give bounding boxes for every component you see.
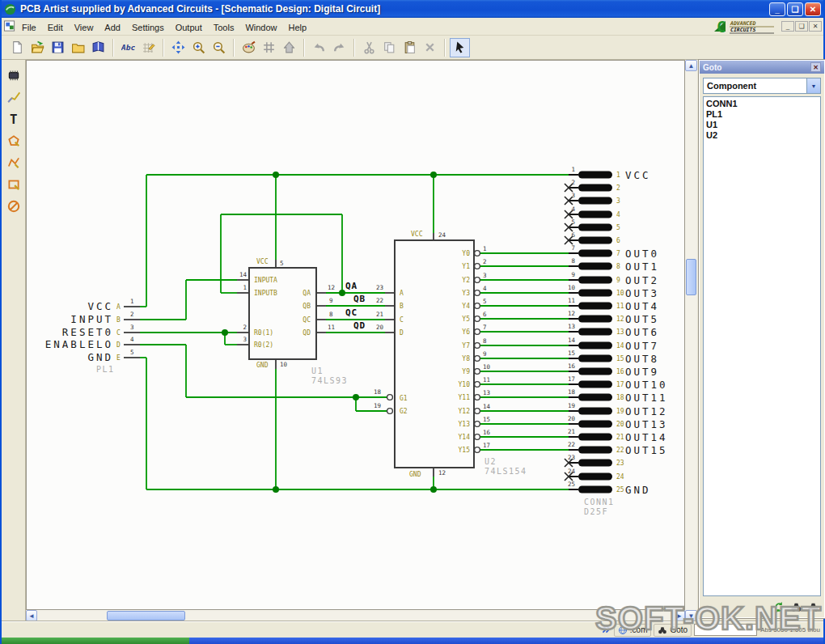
push-button[interactable] [279,38,299,57]
goto-list-item-conn1[interactable]: CONN1 [706,99,818,109]
svg-text:12: 12 [328,284,335,291]
menu-help[interactable]: Help [283,20,313,35]
cut-button[interactable] [359,38,379,57]
svg-text:QD: QD [353,320,366,331]
goto-close-icon[interactable]: ✕ [810,62,821,72]
svg-text:QC: QC [302,316,311,324]
window-title: PCB Artist supplied by Advanced Circuits… [20,3,768,15]
goto-list-item-u1[interactable]: U1 [706,120,818,130]
svg-text:GND: GND [256,362,269,369]
horizontal-scrollbar[interactable]: ◄ ► [26,610,685,621]
svg-text:Y11: Y11 [459,394,471,401]
taskbar[interactable] [2,638,823,644]
svg-text:21: 21 [568,428,575,435]
zoom-out-button[interactable] [209,38,229,57]
svg-text:23: 23 [376,284,383,291]
goto-panel-titlebar[interactable]: Goto ✕ [700,61,824,74]
toolbar-separator [353,39,355,57]
add-shape-open-button[interactable] [3,152,24,172]
add-shape-rectangle-button[interactable] [3,174,24,194]
svg-text:3: 3 [571,192,575,199]
mdi-restore-button[interactable]: ❏ [795,21,808,32]
svg-text:D25F: D25F [584,507,608,516]
mdi-close-button[interactable]: ✕ [809,21,822,32]
menu-output[interactable]: Output [170,20,208,35]
svg-text:INPUTA: INPUTA [254,277,277,284]
svg-text:11: 11 [483,376,490,383]
copy-button[interactable] [379,38,400,57]
redo-button[interactable] [329,38,349,57]
vertical-scroll-thumb[interactable] [686,259,696,295]
goto-list-item-u2[interactable]: U2 [706,130,818,141]
scroll-left-button[interactable]: ◄ [26,610,37,621]
close-button[interactable]: ✕ [805,2,821,16]
svg-text:13: 13 [483,389,490,396]
document-icon [3,20,16,32]
goto-component-list[interactable]: CONN1PL1U1U2 [703,96,821,596]
svg-text:Y0: Y0 [462,250,470,257]
new-file-button[interactable] [7,38,28,57]
goto-type-select[interactable]: Component ▼ [703,78,821,94]
pointer-button[interactable] [450,38,470,57]
svg-text:12: 12 [568,310,575,317]
goto-panel-title: Goto [703,63,810,72]
menu-view[interactable]: View [69,20,99,35]
svg-text:2: 2 [243,324,247,331]
svg-text:1: 1 [483,245,487,252]
scroll-up-button[interactable]: ▲ [685,60,697,71]
svg-text:13: 13 [616,328,624,336]
grid-button[interactable] [259,38,279,57]
shape-open-icon [6,155,21,170]
add-component-button[interactable] [3,65,24,85]
delete-button[interactable] [420,38,440,57]
library-folder-button[interactable] [68,38,88,57]
app-icon [4,3,16,15]
menu-tools[interactable]: Tools [208,20,240,35]
schematic-canvas[interactable]: Y01Y12Y23Y34Y45Y56Y67Y78Y89Y910Y1011Y111… [26,60,685,610]
chevron-down-icon[interactable]: ▼ [806,78,820,93]
svg-text:VCC: VCC [256,258,269,265]
horizontal-scroll-thumb[interactable] [107,611,185,621]
svg-text:23: 23 [616,460,624,467]
restore-button[interactable]: ❏ [787,2,803,16]
svg-text:14: 14 [568,337,576,344]
menu-edit[interactable]: Edit [42,20,69,35]
shape-closed-icon [6,133,21,148]
open-folder-icon [31,40,44,54]
start-button-strip[interactable] [2,638,189,644]
add-shape-closed-button[interactable] [3,130,24,150]
svg-text:U1: U1 [311,366,324,375]
svg-text:OUT1: OUT1 [625,261,659,273]
pan-button[interactable] [168,38,188,57]
svg-text:4: 4 [571,205,575,213]
grid-edit-button[interactable] [138,38,159,57]
svg-text:20: 20 [616,421,624,428]
mdi-minimize-button[interactable]: _ [781,21,794,32]
undo-button[interactable] [309,38,329,57]
svg-text:U2: U2 [484,457,497,466]
text-abc-button[interactable]: Abc [118,38,138,57]
svg-text:Y12: Y12 [459,408,471,415]
zoom-in-button[interactable] [188,38,209,57]
svg-text:GND: GND [87,351,113,363]
add-text-button[interactable]: T [3,108,24,129]
open-folder-button[interactable] [28,38,48,57]
add-connection-button[interactable] [3,87,24,107]
vertical-scrollbar[interactable]: ▲ ▼ [685,60,697,621]
menu-file[interactable]: File [16,20,42,35]
svg-text:11: 11 [328,324,335,331]
svg-text:OUT9: OUT9 [625,366,659,378]
library-book-button[interactable] [88,38,108,57]
menu-settings[interactable]: Settings [126,20,170,35]
menu-window[interactable]: Window [239,20,282,35]
add-shape-circle-button[interactable] [3,196,24,216]
svg-text:B: B [400,303,404,310]
svg-text:OUT7: OUT7 [625,340,659,352]
save-button[interactable] [48,38,68,57]
colors-button[interactable] [239,38,259,57]
menu-add[interactable]: Add [99,20,126,35]
goto-list-item-pl1[interactable]: PL1 [706,109,818,120]
paste-button[interactable] [400,38,420,57]
minimize-button[interactable]: _ [769,2,785,16]
svg-text:7: 7 [616,250,620,257]
